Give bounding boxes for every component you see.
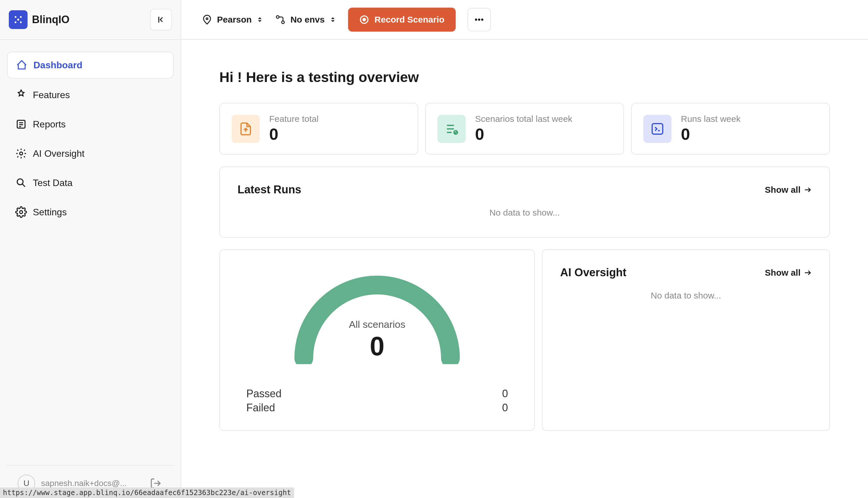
scenarios-icon [437, 115, 466, 143]
user-email: sapnesh.naik+docs@... [41, 479, 142, 488]
svg-point-10 [20, 152, 23, 155]
project-icon [202, 14, 212, 25]
project-selector[interactable]: Pearson [202, 11, 263, 28]
svg-point-15 [206, 18, 208, 19]
runs-icon [643, 115, 672, 143]
arrow-right-icon [804, 186, 812, 194]
more-dots-icon [474, 14, 484, 25]
panel-title: Latest Runs [238, 183, 301, 196]
status-bar-url: https://www.stage.app.blinq.io/66eadaafe… [0, 487, 294, 498]
page-title: Hi ! Here is a testing overview [219, 69, 830, 85]
svg-marker-16 [258, 17, 261, 19]
svg-point-26 [481, 18, 483, 21]
project-selector-label: Pearson [217, 15, 252, 25]
env-selector-label: No envs [290, 15, 324, 25]
record-scenario-button[interactable]: Record Scenario [348, 8, 456, 31]
svg-point-18 [277, 16, 279, 18]
sidebar: BlinqIO Dashboard Features Reports AI Ov… [0, 0, 181, 498]
show-all-label: Show all [765, 268, 801, 278]
gauge-failed-label: Failed [246, 402, 275, 414]
gauge-label: All scenarios [349, 319, 406, 330]
stat-value: 0 [475, 124, 572, 144]
svg-point-19 [282, 21, 284, 24]
scenarios-gauge-panel: All scenarios 0 Passed 0 Failed 0 [219, 249, 535, 431]
expand-icon [329, 16, 336, 23]
svg-point-23 [363, 18, 366, 21]
expand-icon [256, 16, 263, 23]
svg-line-12 [22, 184, 25, 187]
svg-point-25 [478, 18, 480, 21]
gauge-failed-value: 0 [502, 402, 508, 414]
svg-marker-21 [331, 20, 335, 22]
gauge-chart: All scenarios 0 [241, 264, 514, 364]
show-all-label: Show all [765, 185, 801, 195]
svg-rect-4 [17, 19, 19, 21]
sidebar-item-label: Test Data [33, 178, 73, 188]
sidebar-nav: Dashboard Features Reports AI Oversight … [0, 40, 181, 465]
sidebar-item-ai-oversight[interactable]: AI Oversight [7, 141, 174, 166]
bottom-row: All scenarios 0 Passed 0 Failed 0 [219, 249, 830, 431]
dashboard-content: Hi ! Here is a testing overview Feature … [181, 40, 868, 498]
sidebar-item-label: Reports [33, 119, 66, 130]
svg-point-3 [20, 22, 22, 23]
collapse-sidebar-button[interactable] [150, 9, 172, 30]
collapse-icon [157, 15, 165, 24]
gauge-value: 0 [349, 331, 406, 362]
sidebar-item-test-data[interactable]: Test Data [7, 170, 174, 196]
sidebar-item-dashboard[interactable]: Dashboard [7, 52, 174, 79]
stats-row: Feature total 0 Scenarios total last wee… [219, 103, 830, 155]
panel-header: AI Oversight Show all [560, 266, 812, 279]
gauge-stats: Passed 0 Failed 0 [241, 388, 514, 414]
features-icon [15, 89, 27, 101]
sidebar-item-label: AI Oversight [33, 148, 85, 159]
gauge-passed-value: 0 [502, 388, 508, 400]
stat-card-runs-week: Runs last week 0 [631, 103, 830, 155]
show-all-runs-link[interactable]: Show all [765, 185, 812, 195]
env-selector[interactable]: No envs [275, 11, 336, 28]
more-options-button[interactable] [468, 8, 491, 31]
record-icon [359, 15, 369, 25]
sidebar-item-features[interactable]: Features [7, 82, 174, 108]
latest-runs-empty: No data to show... [238, 205, 812, 221]
reports-icon [15, 118, 27, 130]
arrow-right-icon [804, 268, 812, 277]
stat-value: 0 [269, 124, 318, 144]
record-button-label: Record Scenario [374, 15, 444, 25]
svg-point-11 [17, 179, 23, 185]
topbar: Pearson No envs Record Scenario [181, 0, 868, 40]
svg-point-2 [15, 22, 16, 23]
panel-header: Latest Runs Show all [238, 183, 812, 196]
stat-value: 0 [681, 124, 740, 144]
sidebar-header: BlinqIO [0, 0, 181, 40]
ai-oversight-empty: No data to show... [560, 288, 812, 303]
show-all-ai-link[interactable]: Show all [765, 268, 812, 278]
ai-oversight-panel: AI Oversight Show all No data to show... [542, 249, 830, 431]
gauge-passed-row: Passed 0 [246, 388, 508, 400]
brand: BlinqIO [9, 10, 69, 29]
svg-marker-20 [331, 17, 335, 19]
svg-point-1 [20, 16, 22, 18]
stat-label: Runs last week [681, 114, 740, 124]
stat-card-scenarios-week: Scenarios total last week 0 [425, 103, 624, 155]
env-icon [275, 14, 285, 25]
sidebar-item-label: Dashboard [34, 60, 82, 70]
sidebar-item-reports[interactable]: Reports [7, 111, 174, 137]
svg-point-24 [475, 18, 477, 21]
sidebar-item-label: Features [33, 90, 70, 101]
gauge-passed-label: Passed [246, 388, 281, 400]
stat-card-feature-total: Feature total 0 [219, 103, 418, 155]
ai-oversight-icon [15, 148, 27, 159]
gauge-failed-row: Failed 0 [246, 402, 508, 414]
feature-icon [232, 115, 260, 143]
home-icon [16, 59, 28, 71]
test-data-icon [15, 177, 27, 189]
svg-marker-17 [258, 20, 261, 22]
brand-logo-icon [9, 10, 28, 29]
panel-title: AI Oversight [560, 266, 626, 279]
brand-name: BlinqIO [32, 13, 69, 26]
main-content: Pearson No envs Record Scenario Hi ! Her… [181, 0, 868, 498]
sidebar-item-settings[interactable]: Settings [7, 199, 174, 225]
svg-point-13 [20, 211, 23, 213]
gear-icon [15, 206, 27, 218]
svg-point-0 [15, 16, 16, 18]
